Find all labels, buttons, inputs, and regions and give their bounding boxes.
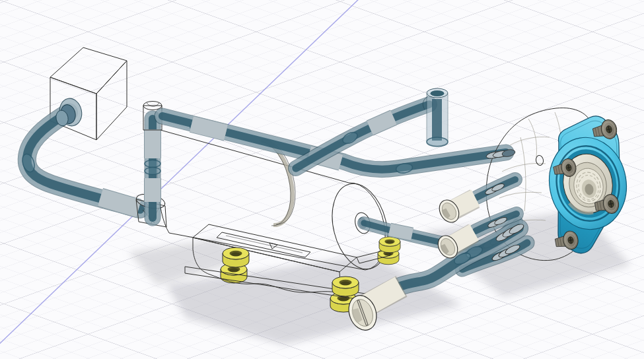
pipe-sleeve — [370, 117, 394, 128]
pipe-sleeve — [390, 230, 412, 234]
pipe-coupler-ring — [145, 160, 161, 168]
model-canvas[interactable] — [0, 0, 644, 359]
washer-front-left-upper — [223, 247, 249, 267]
pipe-sleeve — [100, 197, 139, 209]
pipe-sleeve — [192, 124, 226, 133]
stub-bottom-ring — [427, 137, 448, 147]
pipe-coupler-ring — [145, 168, 161, 175]
cad-viewport[interactable] — [0, 0, 644, 359]
washer-front-right-upper — [332, 277, 359, 296]
washer-back-right-upper — [379, 237, 400, 253]
